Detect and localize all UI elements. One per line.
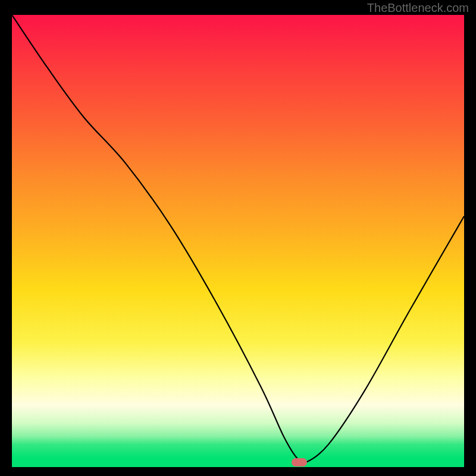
green-baseline: [12, 458, 464, 467]
gradient-background: [12, 15, 464, 458]
watermark-text: TheBottleneck.com: [367, 1, 469, 15]
optimal-marker: [292, 458, 307, 466]
plot-area: [12, 15, 464, 467]
chart-frame: [12, 15, 464, 467]
